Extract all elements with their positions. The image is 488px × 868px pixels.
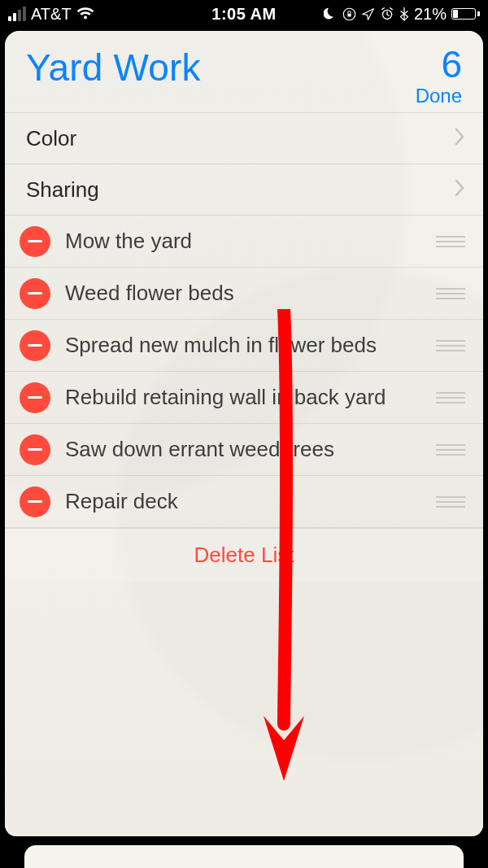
drag-handle-icon[interactable] xyxy=(433,493,468,511)
done-button[interactable]: Done xyxy=(416,85,462,107)
reminder-list: Mow the yard Weed flower beds Spread new… xyxy=(5,216,483,528)
battery-pct-label: 21% xyxy=(414,5,447,24)
alarm-icon xyxy=(380,7,394,21)
drag-handle-icon[interactable] xyxy=(433,233,468,251)
drag-handle-icon[interactable] xyxy=(433,285,468,303)
reminder-count: 6 xyxy=(416,46,462,83)
cell-signal-icon xyxy=(8,7,26,21)
reminder-text[interactable]: Rebuild retaining wall in back yard xyxy=(65,385,433,410)
location-icon xyxy=(361,7,375,21)
drag-handle-icon[interactable] xyxy=(433,337,468,355)
reminder-text[interactable]: Weed flower beds xyxy=(65,281,433,306)
sharing-row[interactable]: Sharing xyxy=(5,164,483,215)
color-label: Color xyxy=(26,126,76,151)
reminder-row[interactable]: Mow the yard xyxy=(5,216,483,268)
drag-handle-icon[interactable] xyxy=(433,389,468,407)
status-bar: AT&T 1:05 AM 21% xyxy=(0,0,488,28)
wifi-icon xyxy=(76,7,94,20)
delete-minus-icon[interactable] xyxy=(20,226,50,257)
reminder-row[interactable]: Repair deck xyxy=(5,476,483,528)
delete-minus-icon[interactable] xyxy=(20,278,50,309)
delete-minus-icon[interactable] xyxy=(20,330,50,361)
delete-minus-icon[interactable] xyxy=(20,434,50,465)
list-edit-sheet: Yard Work 6 Done Color Sharing Mow the y… xyxy=(5,31,483,836)
chevron-right-icon xyxy=(454,128,465,149)
bluetooth-icon xyxy=(399,7,409,21)
lock-icon xyxy=(342,7,356,21)
svg-rect-1 xyxy=(347,13,351,16)
color-row[interactable]: Color xyxy=(5,113,483,164)
delete-list-button[interactable]: Delete List xyxy=(194,543,294,568)
list-title[interactable]: Yard Work xyxy=(26,46,201,89)
reminder-row[interactable]: Rebuild retaining wall in back yard xyxy=(5,372,483,424)
sharing-label: Sharing xyxy=(26,177,99,203)
chevron-right-icon xyxy=(454,179,465,200)
reminder-row[interactable]: Weed flower beds xyxy=(5,268,483,320)
reminder-row[interactable]: Saw down errant weed-trees xyxy=(5,424,483,476)
reminder-text[interactable]: Mow the yard xyxy=(65,229,433,254)
carrier-label: AT&T xyxy=(31,5,72,24)
reminder-row[interactable]: Spread new mulch in flower beds xyxy=(5,320,483,372)
delete-minus-icon[interactable] xyxy=(20,486,50,517)
delete-minus-icon[interactable] xyxy=(20,382,50,413)
moon-icon xyxy=(324,7,338,21)
battery-icon xyxy=(451,8,480,20)
reminder-text[interactable]: Saw down errant weed-trees xyxy=(65,437,433,462)
card-stack-background xyxy=(0,840,488,868)
drag-handle-icon[interactable] xyxy=(433,441,468,459)
reminder-text[interactable]: Repair deck xyxy=(65,489,433,514)
reminder-text[interactable]: Spread new mulch in flower beds xyxy=(65,333,433,358)
